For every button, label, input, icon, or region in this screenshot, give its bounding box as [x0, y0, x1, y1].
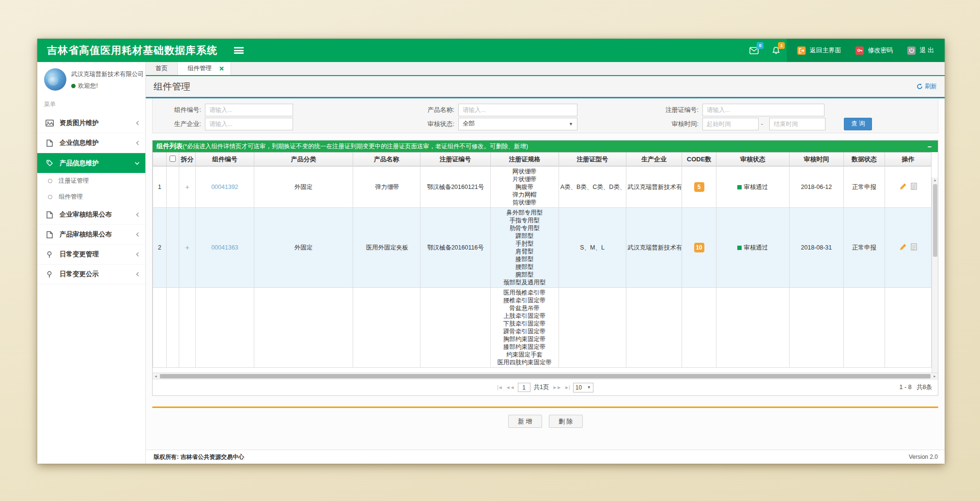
code-count-cell: 5 — [682, 167, 716, 208]
sidebar-item-5[interactable]: 日常变更管理 — [37, 245, 145, 265]
hamburger-menu-icon[interactable] — [234, 47, 244, 54]
expand-row-button[interactable]: + — [185, 244, 189, 251]
title-band: 组件管理 刷新 — [146, 76, 945, 98]
online-status-dot — [71, 84, 76, 88]
sidebar-submenu: 注册证管理组件管理 — [37, 173, 145, 205]
action-buttons: 新 增 删 除 — [152, 415, 938, 428]
first-page-button[interactable]: |◄ — [497, 385, 502, 390]
date-range-separator: - — [761, 120, 763, 127]
status-square-icon — [737, 185, 742, 189]
refresh-button[interactable]: 刷新 — [917, 82, 945, 91]
product-name-input[interactable] — [458, 104, 577, 116]
change-password-button[interactable]: 修改密码 — [856, 46, 893, 55]
expand-row-button[interactable]: + — [185, 183, 189, 191]
specs-cell: 医用颈椎牵引带腰椎牵引固定带骨盆悬吊带上肢牵引固定带下肢牵引固定带踝骨牵引固定带… — [490, 288, 559, 368]
sidebar-item-2[interactable]: 产品信息维护 — [37, 153, 145, 173]
pin-icon — [45, 251, 54, 258]
manufacturer-cell — [626, 288, 682, 368]
document-icon[interactable] — [911, 243, 917, 250]
sidebar-item-0[interactable]: 资质图片维护 — [37, 113, 145, 133]
document-icon[interactable] — [911, 183, 917, 190]
component-code-link[interactable]: 00041392 — [211, 184, 238, 190]
column-header: 注册证型号 — [559, 153, 626, 166]
circle-icon — [48, 179, 52, 183]
audit-status-select[interactable]: 全部 ▼ — [458, 118, 577, 130]
delete-button[interactable]: 删 除 — [549, 415, 583, 428]
sidebar-item-label: 日常变更管理 — [60, 250, 136, 259]
sidebar-item-label: 资质图片维护 — [60, 119, 136, 127]
data-status-cell — [843, 288, 885, 368]
category-cell — [254, 288, 353, 368]
audit-time-from-input[interactable] — [702, 118, 759, 130]
audit-time-cell — [789, 288, 843, 368]
scroll-left-icon[interactable]: ◄ — [153, 373, 159, 379]
sidebar-subitem-1[interactable]: 组件管理 — [37, 189, 145, 205]
tab-close-icon[interactable] — [219, 66, 224, 71]
chevron-down-icon: ▼ — [587, 385, 591, 390]
component-code-link[interactable]: 00041363 — [211, 244, 238, 251]
notifications-button[interactable]: 1 — [765, 39, 787, 62]
scroll-right-icon[interactable]: ► — [932, 373, 938, 379]
page-size-select[interactable]: 10 ▼ — [573, 383, 593, 392]
sidebar-item-label: 日常变更公示 — [60, 270, 136, 279]
main-area: 首页 组件管理 组件管理 刷新 — [146, 62, 945, 464]
operations-cell — [885, 208, 932, 288]
horizontal-scrollbar[interactable]: ◄ ► — [153, 373, 938, 379]
horizontal-scroll-thumb[interactable] — [160, 374, 931, 378]
panel-title: 组件列表 — [156, 142, 183, 151]
row-checkbox-cell — [167, 288, 179, 368]
audit-time-to-input[interactable] — [769, 118, 825, 130]
next-page-button[interactable]: ►► — [552, 385, 561, 390]
tab-component-management[interactable]: 组件管理 — [178, 62, 231, 75]
column-header: 生产企业 — [626, 153, 682, 166]
add-button[interactable]: 新 增 — [508, 415, 542, 428]
component-list-panel: 组件列表 (*必须进入组件详情页才可送审，到期换证不变的统一在注册证到期变更中的… — [152, 140, 938, 396]
scroll-up-icon[interactable]: ▲ — [932, 178, 938, 182]
mail-button[interactable]: 0 — [743, 39, 765, 62]
query-button[interactable]: 查 询 — [844, 118, 872, 130]
table-header-row: 拆分组件编号产品分类产品名称注册证编号注册证规格注册证型号生产企业CODE数审核… — [153, 153, 932, 166]
column-header: 审核时间 — [789, 153, 843, 166]
audit-time-label: 审核时间: — [645, 120, 699, 128]
file-icon — [45, 140, 54, 147]
chevron-left-icon — [136, 252, 140, 257]
row-number — [153, 288, 167, 368]
last-page-button[interactable]: ►| — [564, 385, 570, 390]
cert-no-input[interactable] — [702, 104, 824, 116]
welcome-text: 欢迎您! — [78, 82, 98, 90]
column-header: 组件编号 — [195, 153, 254, 166]
prev-page-button[interactable]: ◄◄ — [506, 385, 514, 390]
sidebar-item-4[interactable]: 产品审核结果公布 — [37, 225, 145, 245]
sidebar-item-1[interactable]: 企业信息维护 — [37, 133, 145, 153]
sidebar-item-3[interactable]: 企业审核结果公布 — [37, 205, 145, 225]
table-body-viewport: 1+00041392外固定弹力绷带鄂汉械备20160121号网状绷带片状绷带胸腹… — [153, 166, 932, 373]
edit-icon[interactable] — [900, 243, 907, 250]
component-code-input[interactable] — [205, 104, 293, 116]
product-icon — [45, 159, 54, 167]
code-count-badge: 10 — [694, 243, 704, 252]
version-text: Version 2.0 — [909, 454, 945, 460]
return-main-button[interactable]: 返回主界面 — [797, 46, 841, 55]
specs-cell: 网状绷带片状绷带胸腹带弹力网帽筒状绷带 — [490, 167, 559, 208]
vertical-scroll-thumb[interactable] — [933, 184, 937, 257]
manufacturer-input[interactable] — [205, 118, 293, 130]
manufacturer-cell: 武汉克瑞普新技术有 — [626, 167, 682, 208]
split-cell: + — [179, 167, 195, 208]
panel-header: 组件列表 (*必须进入组件详情页才可送审，到期换证不变的统一在注册证到期变更中的… — [153, 141, 938, 152]
row-number-header — [153, 153, 167, 166]
select-all-checkbox[interactable] — [170, 156, 176, 162]
company-name: 武汉克瑞普新技术有限公司 — [71, 70, 144, 78]
sidebar-item-6[interactable]: 日常变更公示 — [37, 265, 145, 284]
collapse-panel-icon[interactable]: − — [925, 142, 934, 151]
chevron-left-icon — [136, 272, 140, 277]
tab-home[interactable]: 首页 — [146, 62, 178, 75]
page-number-input[interactable] — [518, 383, 530, 392]
vertical-scrollbar[interactable]: ▲ ▼ — [932, 177, 938, 384]
product-name-cell: 弹力绷带 — [353, 167, 420, 208]
sidebar-subitem-0[interactable]: 注册证管理 — [37, 173, 145, 189]
edit-icon[interactable] — [900, 183, 907, 190]
cert-no-cell: 鄂汉械备20160116号 — [420, 208, 490, 288]
column-header: 操作 — [885, 153, 932, 166]
content-area: 组件编号: 产品名称: 注册证编号: — [146, 98, 945, 450]
logout-button[interactable]: 退 出 — [907, 46, 934, 55]
